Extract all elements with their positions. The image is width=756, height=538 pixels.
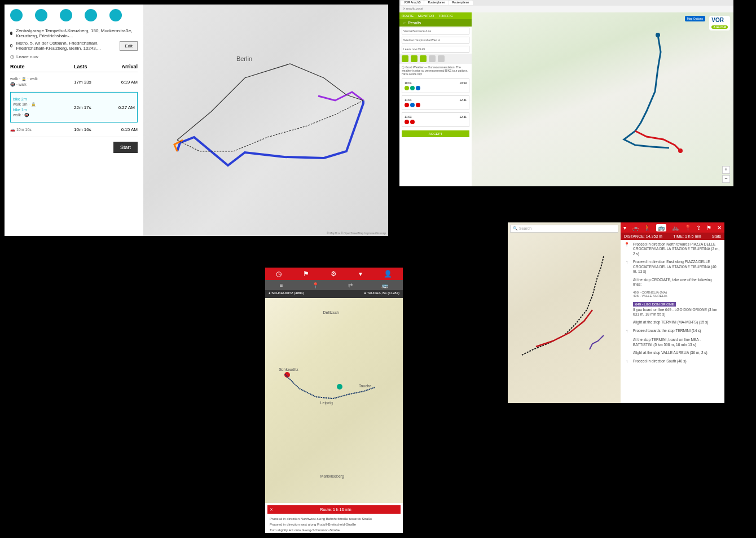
flag-icon[interactable]: ⚑ — [303, 270, 309, 278]
clock-icon: ◷ — [10, 54, 14, 59]
p4-map[interactable]: 🔍 Search — [508, 222, 621, 403]
flag-icon[interactable]: ⚑ — [706, 225, 711, 231]
p1-map[interactable]: Berlin © MapBox © OpenStreetMap Improve … — [143, 5, 388, 236]
svg-point-1 — [678, 148, 683, 153]
browser-tab-3[interactable]: Routenplaner — [449, 1, 473, 5]
pin-icon[interactable]: 📍 — [312, 282, 319, 288]
result-1[interactable]: 10:0410:59 — [402, 78, 469, 93]
from-label[interactable]: SCHKEUDITZ (4884) — [271, 291, 304, 295]
step-2: ↑Proceed in direction East along PIAZZA … — [624, 260, 721, 274]
mode-walk-icon[interactable] — [10, 9, 23, 21]
p2-map[interactable]: VORAnachB Map Options + − — [472, 12, 733, 186]
tab-monitor[interactable]: MONITOR — [418, 14, 434, 18]
leave-now[interactable]: ◷ Leave now — [10, 54, 138, 59]
r2-duration: 22m 17s — [74, 105, 104, 110]
list-icon[interactable]: ≡ — [280, 282, 283, 288]
svg-point-0 — [656, 33, 660, 37]
result-3[interactable]: 11:0312:31 — [402, 112, 469, 127]
route-icon[interactable]: ⇄ — [348, 282, 353, 288]
tab-route[interactable]: ROUTE — [402, 14, 414, 18]
tab-traffic[interactable]: TRAFFIC — [438, 14, 452, 18]
route-option-2-selected[interactable]: bike 2mwalk 1m · 🚊bike 1mwalk · 🚇 22m 17… — [10, 92, 138, 123]
to-input[interactable]: Wiedner Hauptstraße/Wien 4 — [402, 37, 469, 43]
browser-tab-1[interactable]: VOR AnachB — [401, 1, 424, 5]
route-overlay — [143, 5, 388, 236]
zoom-in-button[interactable]: + — [722, 166, 730, 174]
leave-label: Leave now — [16, 54, 38, 59]
stats-link[interactable]: Stats — [712, 234, 721, 238]
p3-map[interactable]: Delitzsch Schkeuditz Leipzig Taucha Mark… — [265, 298, 403, 503]
zoom-out-button[interactable]: − — [722, 175, 730, 183]
route-summary-button[interactable]: ✕Route: 1 h 13 min — [267, 505, 401, 514]
mode-car-icon[interactable] — [429, 55, 436, 62]
summary-bar: DISTANCE: 14,353 m TIME: 1 h 5 min Stats — [621, 233, 724, 240]
routes-header: Route Lasts Arrival — [10, 64, 138, 72]
route-option-1[interactable]: walk · 🚊 · walk🚇 · walk 17m 33s 6:19 AM — [10, 72, 138, 92]
walk-icon[interactable]: 🚶 — [644, 225, 650, 231]
step-1: 📍Proceed in direction North towards PIAZ… — [624, 242, 721, 256]
route-option-3[interactable]: 🚗 10m 16s 10m 16s 6:15 AM — [10, 123, 138, 137]
p3-subbar: ≡ 📍 ⇄ 🚌 — [265, 280, 403, 290]
bike-icon[interactable]: 🚲 — [672, 225, 679, 231]
car-icon[interactable]: 🚗 — [632, 225, 639, 231]
close-icon[interactable]: ✕ — [717, 225, 722, 231]
browser-tabs: VOR AnachB Routenplaner Routenplaner — [399, 0, 733, 6]
mode-tram-icon[interactable] — [85, 9, 97, 21]
to-label[interactable]: TAUCHA, BF (11284) — [367, 291, 399, 295]
step-1: Proceed in direction Northwest along Bah… — [265, 516, 403, 522]
start-button[interactable]: Start — [113, 142, 138, 153]
chevron-down-icon[interactable]: ▾ — [623, 225, 626, 231]
mode-selector — [399, 54, 472, 64]
share-icon[interactable]: ⇪ — [696, 225, 701, 231]
mode-icons — [10, 9, 138, 21]
result-2[interactable]: 11:0412:31 — [402, 95, 469, 110]
mode-walk-icon[interactable] — [402, 55, 408, 62]
gear-icon[interactable]: ⚙ — [331, 270, 337, 278]
mode-pr-icon[interactable] — [438, 55, 445, 62]
p3-bottom: ✕Route: 1 h 13 min Proceed in direction … — [265, 503, 403, 533]
from-input[interactable]: Vienna/Stockerau/Laa — [402, 28, 469, 34]
weather-note: ⓘ Good Weather — Our recommendation: The… — [399, 64, 472, 77]
mode-bus-icon[interactable] — [60, 9, 72, 21]
step-2: Proceed in direction east along Rudolf-B… — [265, 522, 403, 527]
p4-sidebar: ▾ 🚗 🚶 🚌 🚲 📍 ⇪ ⚑ ✕ DISTANCE: 14,353 m TIM… — [621, 222, 724, 403]
origin-row[interactable]: Zentralgarage Tempelhof-Kreuzberg, 150, … — [10, 28, 138, 38]
results-header: ← Results — [399, 19, 472, 27]
mode-camera-icon[interactable] — [109, 9, 122, 21]
pin-icon[interactable]: 📍 — [684, 225, 691, 231]
url-bar[interactable]: ⟳ anachb.vor.at — [399, 6, 733, 12]
p3-route-overlay — [265, 298, 403, 503]
clock-icon[interactable]: ◷ — [276, 270, 282, 278]
arrow-up-icon: ↑ — [624, 260, 630, 274]
user-icon[interactable]: 👤 — [384, 270, 392, 278]
r3-duration: 10m 16s — [74, 127, 106, 132]
panel-berlin: Zentralgarage Tempelhof-Kreuzberg, 150, … — [5, 5, 388, 236]
origin-text: Zentralgarage Tempelhof-Kreuzberg, 150, … — [16, 28, 138, 38]
panel-leipzig: ◷ ⚑ ⚙ ▾ 👤 ≡ 📍 ⇄ 🚌 ● SCHKEUDITZ (4884) ● … — [265, 268, 403, 533]
pin-icon: 📍 — [624, 242, 630, 256]
bus-icon[interactable]: 🚌 — [381, 282, 388, 288]
mode-cloud-icon[interactable] — [35, 9, 47, 21]
mode-transit-icon[interactable] — [420, 55, 427, 62]
mode-bike-icon[interactable] — [411, 55, 417, 62]
distance-label: DISTANCE: 14,353 m — [624, 234, 662, 238]
arrow-up-icon: ↑ — [624, 329, 630, 334]
mode-bar: ▾ 🚗 🚶 🚌 🚲 📍 ⇪ ⚑ ✕ — [621, 222, 724, 233]
browser-tab-2[interactable]: Routenplaner — [424, 1, 448, 5]
p2-sidebar: ROUTE MONITOR TRAFFIC ← Results Vienna/S… — [399, 12, 472, 186]
zoom-controls: + − — [722, 166, 730, 183]
edit-button[interactable]: Edit — [120, 41, 138, 51]
step-9: ↑Proceed in direction South (40 s) — [624, 359, 721, 365]
transit-icon-selected[interactable]: 🚌 — [656, 224, 666, 231]
time-input[interactable]: Leave now 09:49 — [402, 46, 469, 53]
time-label: TIME: 1 h 5 min — [673, 234, 701, 238]
step-3: At the stop CROCIATE, take one of the fo… — [624, 278, 721, 287]
accept-button[interactable]: ACCEPT — [402, 130, 469, 137]
step-7: At the stop TERMINI, board on line MEA -… — [624, 338, 721, 347]
hdr-route: Route — [10, 64, 74, 69]
dest-row[interactable]: Metro, 5, An der Ostbahn, Friedrichshain… — [10, 41, 138, 51]
hdr-arrival: Arrival — [106, 64, 138, 69]
dest-dot-icon — [10, 44, 12, 47]
chevron-down-icon[interactable]: ▾ — [359, 270, 362, 278]
r1-arrival: 6:19 AM — [106, 80, 138, 85]
